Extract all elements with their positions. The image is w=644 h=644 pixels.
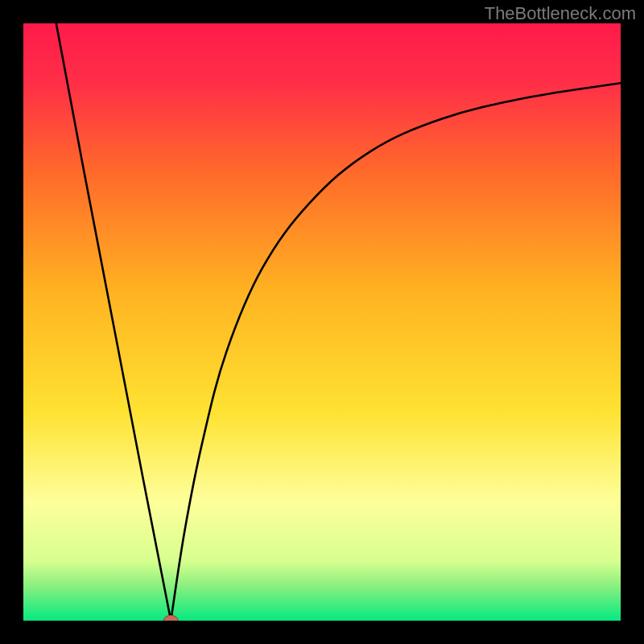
watermark-text: TheBottleneck.com (485, 3, 636, 24)
bottleneck-chart (23, 23, 621, 621)
chart-frame (23, 23, 621, 621)
